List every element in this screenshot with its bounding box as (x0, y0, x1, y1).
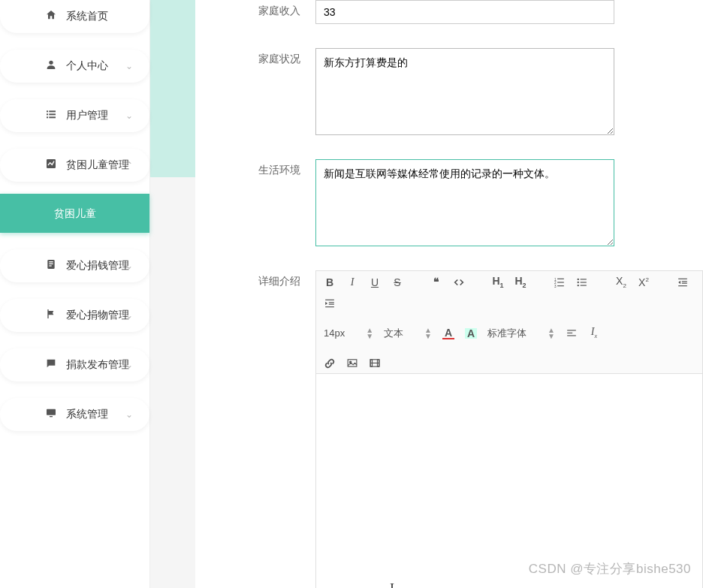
font-family-select[interactable]: 标准字体 ▲▼ (487, 327, 555, 340)
row-income: 家庭收入 (195, 0, 703, 24)
row-detail: 详细介绍 B I U S ❝ H1 H2 123 (195, 270, 703, 588)
editor-content[interactable]: I (316, 374, 702, 588)
subscript-button[interactable]: X2 (615, 276, 627, 289)
svg-rect-19 (557, 285, 564, 286)
person-icon (45, 59, 57, 74)
background-accent (149, 0, 195, 177)
svg-rect-17 (557, 282, 564, 282)
chevron-down-icon: ⌄ (125, 110, 133, 121)
sort-icon: ▲▼ (548, 327, 555, 339)
quote-button[interactable]: ❝ (430, 277, 442, 288)
font-color-button[interactable]: A (442, 327, 454, 339)
label-status: 家庭状况 (195, 48, 315, 66)
superscript-button[interactable]: X2 (638, 277, 650, 288)
sidebar-subitem-label: 贫困儿童 (54, 207, 96, 219)
paragraph-select[interactable]: 文本 ▲▼ (384, 327, 432, 340)
svg-rect-2 (49, 110, 56, 112)
input-env[interactable]: 新闻是互联网等媒体经常使用的记录的一种文体。 (315, 159, 614, 246)
underline-button[interactable]: U (369, 277, 381, 288)
indent-button[interactable] (324, 298, 336, 309)
svg-marker-27 (678, 281, 680, 285)
svg-point-0 (49, 61, 53, 65)
sidebar-item-label: 系统首页 (66, 10, 108, 23)
image-button[interactable] (346, 358, 358, 369)
chart-icon (45, 158, 57, 173)
svg-rect-28 (682, 281, 687, 282)
svg-point-22 (578, 282, 579, 283)
svg-rect-13 (50, 416, 53, 417)
svg-rect-35 (325, 306, 334, 307)
font-size-select[interactable]: 14px ▲▼ (324, 327, 373, 339)
svg-rect-9 (49, 261, 53, 262)
sidebar-item-home[interactable]: 系统首页 (0, 0, 149, 33)
sidebar: 系统首页 个人中心 ⌄ 用户管理 ⌄ 贫困儿童管理 ⌃ 贫困儿童 爱心捐钱管理 … (0, 0, 150, 588)
sidebar-item-label: 爱心捐物管理 (66, 309, 129, 322)
svg-rect-31 (325, 300, 334, 300)
code-button[interactable] (453, 277, 465, 288)
sidebar-item-label: 个人中心 (66, 59, 108, 73)
label-env: 生活环境 (195, 159, 315, 177)
sidebar-item-donate-money[interactable]: 爱心捐钱管理 ⌄ (0, 249, 149, 282)
svg-point-20 (578, 279, 579, 280)
align-button[interactable] (566, 328, 578, 339)
chevron-down-icon: ⌄ (125, 61, 133, 71)
sidebar-item-profile[interactable]: 个人中心 ⌄ (0, 50, 149, 83)
svg-rect-38 (567, 335, 576, 336)
sidebar-item-children[interactable]: 贫困儿童管理 ⌃ (0, 149, 149, 182)
sidebar-item-label: 系统管理 (66, 408, 108, 421)
svg-rect-6 (49, 116, 56, 118)
svg-rect-37 (567, 333, 572, 333)
home-icon (45, 9, 57, 24)
monitor-icon (45, 407, 57, 422)
sidebar-item-donate-goods[interactable]: 爱心捐物管理 ⌄ (0, 299, 149, 332)
svg-rect-5 (47, 116, 48, 118)
input-status[interactable]: 新东方打算费是的 (315, 48, 614, 135)
svg-rect-30 (678, 285, 687, 286)
form-panel: 家庭收入 家庭状况 新东方打算费是的 生活环境 新闻是互联网等媒体经常使用的记录… (195, 0, 703, 588)
clear-format-button[interactable]: Ix (588, 327, 600, 339)
italic-button[interactable]: I (346, 277, 358, 288)
sort-icon: ▲▼ (424, 327, 432, 339)
svg-rect-15 (557, 279, 564, 279)
sidebar-subitem-children[interactable]: 贫困儿童 (0, 194, 149, 233)
svg-text:3: 3 (554, 285, 557, 288)
ordered-list-button[interactable]: 123 (554, 277, 566, 288)
row-env: 生活环境 新闻是互联网等媒体经常使用的记录的一种文体。 (195, 159, 703, 246)
chevron-down-icon: ⌄ (125, 360, 133, 370)
svg-rect-10 (49, 264, 53, 264)
sidebar-item-label: 用户管理 (66, 109, 108, 122)
svg-rect-25 (581, 285, 587, 285)
sidebar-item-users[interactable]: 用户管理 ⌄ (0, 99, 149, 132)
svg-rect-36 (567, 330, 576, 330)
highlight-button[interactable]: A (465, 328, 477, 339)
rich-editor: B I U S ❝ H1 H2 123 (315, 270, 703, 588)
svg-rect-21 (581, 279, 587, 279)
strike-button[interactable]: S (391, 277, 403, 288)
sidebar-item-system[interactable]: 系统管理 ⌄ (0, 398, 149, 431)
chat-icon (45, 357, 57, 372)
video-button[interactable] (369, 358, 381, 369)
svg-rect-33 (329, 302, 334, 303)
sidebar-item-donation-publish[interactable]: 捐款发布管理 ⌄ (0, 348, 149, 381)
sidebar-item-label: 爱心捐钱管理 (66, 259, 129, 273)
bold-button[interactable]: B (324, 277, 336, 288)
unordered-list-button[interactable] (576, 277, 588, 288)
link-button[interactable] (324, 358, 336, 369)
h2-button[interactable]: H2 (514, 276, 526, 289)
text-cursor-icon: I (390, 581, 394, 588)
outdent-button[interactable] (677, 277, 689, 288)
h1-button[interactable]: H1 (492, 276, 504, 289)
input-income[interactable] (315, 0, 614, 24)
sidebar-item-label: 捐款发布管理 (66, 358, 129, 372)
clipboard-icon (45, 258, 57, 273)
chevron-down-icon: ⌄ (125, 409, 133, 420)
svg-rect-4 (49, 113, 56, 115)
row-status: 家庭状况 新东方打算费是的 (195, 48, 703, 135)
svg-rect-3 (47, 113, 48, 115)
svg-rect-23 (581, 282, 587, 282)
svg-rect-34 (329, 303, 334, 304)
svg-marker-32 (325, 301, 327, 305)
svg-rect-1 (47, 110, 48, 112)
chevron-up-icon: ⌃ (125, 160, 133, 170)
editor-toolbar: B I U S ❝ H1 H2 123 (316, 271, 702, 374)
